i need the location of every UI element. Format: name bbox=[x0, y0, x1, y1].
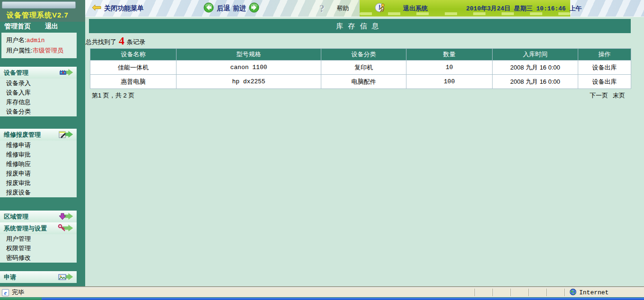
logout-group: 退出系统 bbox=[375, 0, 428, 17]
forward-button-icon[interactable] bbox=[249, 2, 259, 15]
cell-device-name: 佳能一体机 bbox=[90, 61, 176, 75]
table-row: 佳能一体机 canon 1100 复印机 10 2008 九月 16 0:00 … bbox=[90, 61, 631, 75]
count-prefix: 总共找到了 bbox=[86, 38, 116, 46]
sidebar-nav: 管理首页 退出 bbox=[0, 22, 85, 31]
chip-arrow-icon bbox=[57, 68, 75, 79]
yellow-back-arrow-icon bbox=[92, 4, 101, 13]
photo-arrow-icon bbox=[57, 272, 75, 283]
browser-status-bar: e 完毕 Internet bbox=[0, 287, 644, 297]
statusbar-panel bbox=[475, 289, 493, 296]
sidebar-item-scrap-apply[interactable]: 报废申请 bbox=[0, 169, 77, 178]
cell-device-category: 电脑配件 bbox=[321, 75, 406, 89]
col-model-spec: 型号规格 bbox=[176, 49, 321, 61]
sidebar: 设备管理系统V2.7 管理首页 退出 用户名:admin 用户属性:市级管理员 … bbox=[0, 0, 85, 287]
statusbar-panel bbox=[511, 289, 529, 296]
sidebar-item-permission-mgmt[interactable]: 权限管理 bbox=[0, 244, 77, 253]
purple-down-arrow-icon bbox=[57, 212, 75, 222]
sidebar-item-inventory-info[interactable]: 库存信息 bbox=[0, 97, 77, 107]
statusbar-panel bbox=[529, 289, 547, 296]
cell-inbound-time: 2008 九月 16 0:00 bbox=[493, 61, 578, 75]
device-outbound-link[interactable]: 设备出库 bbox=[578, 61, 631, 75]
help-label[interactable]: 帮助 bbox=[337, 4, 349, 13]
app-title: 设备管理系统V2.7 bbox=[7, 11, 69, 20]
section-equipment-mgmt: 设备管理 设备录入 设备入库 库存信息 设备分类 bbox=[0, 67, 77, 116]
col-inbound-time: 入库时间 bbox=[493, 49, 578, 61]
history-nav-group: 后退 前进 bbox=[203, 0, 259, 17]
pagination-bar: 第1 页，共 2 页 下一页 末页 bbox=[90, 90, 631, 100]
sidebar-item-repair-respond[interactable]: 维修响应 bbox=[0, 159, 77, 169]
cell-model-spec: hp dx2255 bbox=[176, 75, 321, 89]
notepad-arrow-icon bbox=[57, 130, 75, 141]
datetime-display: 2010年3月24日 星期三 10:16:46 上午 bbox=[466, 0, 582, 17]
sidebar-item-repair-apply[interactable]: 维修申请 bbox=[0, 141, 77, 150]
count-suffix: 条记录 bbox=[127, 38, 145, 46]
person-clock-icon[interactable] bbox=[375, 1, 387, 16]
top-toolbar: 关闭功能菜单 后退 前进 ? 帮助 退出系统 bbox=[85, 0, 644, 17]
section-title: 系统管理与设置 bbox=[4, 224, 47, 233]
key-arrow-icon bbox=[57, 223, 75, 234]
record-count-line: 总共找到了 4 条记录 bbox=[86, 36, 644, 48]
forward-label[interactable]: 前进 bbox=[233, 4, 246, 13]
col-device-name: 设备名称 bbox=[90, 49, 176, 61]
close-menu-button[interactable]: 关闭功能菜单 bbox=[92, 0, 144, 17]
taskbar-edge-left-segment bbox=[0, 298, 42, 300]
section-header-system[interactable]: 系统管理与设置 bbox=[0, 222, 77, 234]
nav-home-link[interactable]: 管理首页 bbox=[4, 22, 31, 31]
back-button-icon[interactable] bbox=[203, 2, 214, 15]
section-application: 申请 bbox=[0, 271, 77, 283]
next-page-link[interactable]: 下一页 bbox=[590, 91, 608, 100]
cell-quantity: 10 bbox=[406, 61, 493, 75]
section-header-repair[interactable]: 维修报废管理 bbox=[0, 129, 77, 141]
section-region-mgmt: 区域管理 bbox=[0, 211, 77, 222]
sidebar-item-device-entry[interactable]: 设备录入 bbox=[0, 79, 77, 88]
section-title: 申请 bbox=[4, 273, 16, 282]
user-info-box: 用户名:admin 用户属性:市级管理员 bbox=[1, 33, 77, 58]
nav-exit-link[interactable]: 退出 bbox=[45, 22, 58, 31]
cell-model-spec: canon 1100 bbox=[176, 61, 321, 75]
section-system-settings: 系统管理与设置 用户管理 权限管理 密码修改 bbox=[0, 222, 77, 263]
cell-device-category: 复印机 bbox=[321, 61, 406, 75]
col-action: 操作 bbox=[578, 49, 631, 61]
statusbar-panel bbox=[493, 289, 511, 296]
section-header-equipment[interactable]: 设备管理 bbox=[0, 67, 77, 79]
sidebar-item-device-inbound[interactable]: 设备入库 bbox=[0, 88, 77, 97]
userattr-label: 用户属性: bbox=[6, 47, 33, 54]
horizontal-scrollbar-thumb[interactable] bbox=[2, 1, 76, 9]
close-menu-label: 关闭功能菜单 bbox=[104, 4, 144, 13]
question-mark-icon[interactable]: ? bbox=[319, 3, 325, 15]
ie-logo-icon: e bbox=[2, 289, 9, 296]
back-label[interactable]: 后退 bbox=[217, 4, 230, 13]
section-repair-scrap-mgmt: 维修报废管理 维修申请 维修审批 维修响应 报废申请 报废审批 报废设备 bbox=[0, 129, 77, 197]
sidebar-header: 设备管理系统V2.7 bbox=[0, 0, 85, 22]
userattr-value: 市级管理员 bbox=[33, 47, 63, 54]
sidebar-item-password-change[interactable]: 密码修改 bbox=[0, 253, 77, 263]
status-done-text: 完毕 bbox=[12, 288, 24, 297]
section-title: 维修报废管理 bbox=[4, 131, 41, 139]
zone-label: Internet bbox=[579, 289, 609, 296]
sidebar-item-repair-approve[interactable]: 维修审批 bbox=[0, 150, 77, 159]
section-title: 区域管理 bbox=[4, 212, 28, 221]
sidebar-item-device-category[interactable]: 设备分类 bbox=[0, 107, 77, 116]
col-quantity: 数量 bbox=[406, 49, 493, 61]
section-header-region[interactable]: 区域管理 bbox=[0, 211, 77, 222]
col-device-category: 设备分类 bbox=[321, 49, 406, 61]
logout-label[interactable]: 退出系统 bbox=[403, 4, 428, 13]
device-outbound-link[interactable]: 设备出库 bbox=[578, 75, 631, 89]
username-label: 用户名: bbox=[6, 36, 26, 44]
taskbar-edge bbox=[0, 298, 644, 300]
cell-device-name: 惠普电脑 bbox=[90, 75, 176, 89]
username-value: admin bbox=[26, 37, 45, 44]
last-page-link[interactable]: 末页 bbox=[613, 91, 625, 100]
page-info: 第1 页，共 2 页 bbox=[92, 91, 134, 100]
section-header-application[interactable]: 申请 bbox=[0, 271, 77, 283]
sidebar-item-scrap-device[interactable]: 报废设备 bbox=[0, 188, 77, 197]
cell-quantity: 100 bbox=[406, 75, 493, 89]
inventory-table: 设备名称 型号规格 设备分类 数量 入库时间 操作 佳能一体机 canon 11… bbox=[90, 48, 631, 89]
page-title: 库存信息 bbox=[89, 19, 631, 33]
statusbar-panel bbox=[547, 289, 565, 296]
globe-icon bbox=[570, 289, 576, 297]
security-zone-panel: Internet bbox=[565, 289, 644, 296]
sidebar-item-user-mgmt[interactable]: 用户管理 bbox=[0, 234, 77, 244]
table-header-row: 设备名称 型号规格 设备分类 数量 入库时间 操作 bbox=[90, 49, 631, 61]
sidebar-item-scrap-approve[interactable]: 报废审批 bbox=[0, 178, 77, 188]
